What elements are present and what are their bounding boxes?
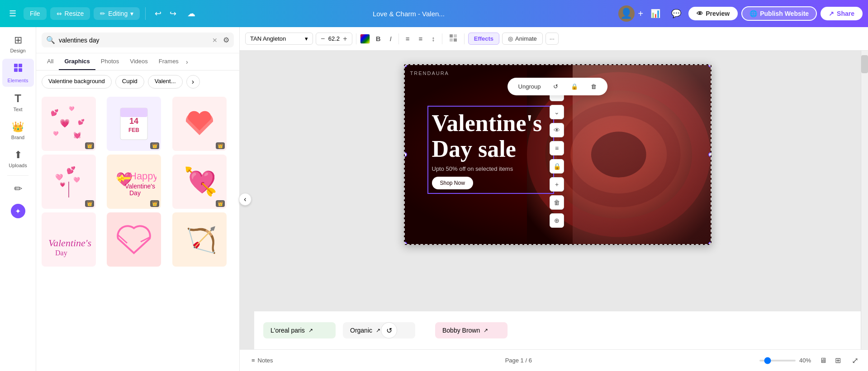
eye-control[interactable]: 👁: [550, 123, 564, 137]
search-filter-icon[interactable]: ⚙: [223, 36, 229, 44]
notes-button[interactable]: ≡ Notes: [247, 355, 278, 366]
tabs-more-arrow[interactable]: ›: [184, 55, 190, 69]
collapse-control[interactable]: ⌄: [550, 105, 564, 119]
sidebar-item-uploads[interactable]: ⬆ Uploads: [2, 146, 34, 172]
sidebar-item-brand[interactable]: 👑 Brand: [2, 117, 34, 144]
grid-item-9[interactable]: 🏹: [172, 212, 227, 267]
grid-item-8[interactable]: [107, 212, 161, 267]
zoom-slider[interactable]: [759, 360, 796, 362]
selection-handle-bl[interactable]: [404, 242, 407, 245]
search-input[interactable]: [59, 37, 209, 44]
grid-item-3[interactable]: 👑: [172, 97, 227, 151]
svg-rect-29: [450, 38, 453, 42]
texture-button[interactable]: [446, 32, 460, 46]
effects-button[interactable]: Effects: [468, 33, 499, 45]
list-button[interactable]: ≡: [415, 33, 426, 45]
desktop-view-button[interactable]: 🖥: [816, 354, 830, 367]
grid-item-7[interactable]: Valentine's Day: [42, 212, 96, 267]
search-clear-icon[interactable]: ✕: [212, 37, 218, 44]
font-selector[interactable]: TAN Angleton ▾: [245, 33, 313, 45]
plus-control[interactable]: ⊕: [550, 213, 564, 228]
layers-control[interactable]: ≡: [550, 141, 564, 155]
bobby-arrow-icon: ↗: [484, 327, 488, 333]
chips-more-arrow[interactable]: ›: [186, 75, 200, 89]
more-options-button[interactable]: ···: [545, 33, 559, 45]
animate-button[interactable]: ◎ Animate: [502, 33, 543, 45]
scrollbar-thumb[interactable]: [861, 55, 868, 73]
svg-text:Day: Day: [55, 249, 67, 257]
resize-button[interactable]: ⇔ Resize: [50, 7, 90, 20]
tab-frames[interactable]: Frames: [153, 53, 184, 70]
chip-valent[interactable]: Valent...: [148, 75, 183, 89]
selection-handle-mr[interactable]: [708, 152, 711, 157]
file-button[interactable]: File: [24, 7, 47, 20]
lock-button[interactable]: 🔒: [567, 81, 582, 92]
publish-button[interactable]: 🌐 Publish Website: [741, 6, 817, 21]
fullscreen-button[interactable]: ⤢: [849, 353, 861, 368]
text-color-picker[interactable]: [360, 34, 370, 44]
resize-label: Resize: [65, 10, 84, 17]
delete-control[interactable]: 🗑: [550, 195, 564, 210]
icon-sidebar: ⊞ Design Elements T Text 👑 Brand ⬆: [0, 27, 36, 371]
chip-valentine-bg[interactable]: Valentine background: [42, 75, 112, 89]
grid-item-4[interactable]: 🩷 💕 🩷 💗 👑: [42, 155, 96, 209]
shop-now-button[interactable]: Shop Now: [432, 177, 473, 189]
svg-text:FEB: FEB: [128, 127, 139, 133]
share-button[interactable]: ↗ Share: [821, 7, 863, 20]
brand-card-bobby[interactable]: Bobby Brown ↗: [435, 322, 508, 338]
brand-card-loreal[interactable]: L'oreal paris ↗: [263, 322, 336, 338]
tab-photos[interactable]: Photos: [95, 53, 124, 70]
tab-videos[interactable]: Videos: [124, 53, 153, 70]
undo-button[interactable]: ↩: [151, 6, 165, 21]
spacing-button[interactable]: ↕: [428, 33, 438, 45]
sidebar-item-magic[interactable]: ✦: [2, 200, 34, 222]
tab-all[interactable]: All: [42, 53, 59, 70]
rotate-button[interactable]: ↺: [550, 81, 562, 92]
italic-button[interactable]: I: [387, 33, 395, 45]
delete-button[interactable]: 🗑: [587, 81, 600, 92]
grid-item-2[interactable]: 14 FEB 👑: [107, 97, 161, 151]
notes-label: Notes: [258, 357, 273, 364]
sidebar-label-elements: Elements: [8, 78, 28, 83]
bold-button[interactable]: B: [373, 33, 384, 45]
right-scrollbar[interactable]: [861, 51, 868, 349]
preview-button[interactable]: 👁 Preview: [688, 7, 738, 20]
brand-card-organic[interactable]: Organic ↗: [343, 322, 415, 338]
ungroup-button[interactable]: Ungroup: [515, 81, 545, 92]
sidebar-item-design[interactable]: ⊞ Design: [2, 31, 34, 57]
search-icon: 🔍: [46, 36, 55, 44]
panel-collapse-button[interactable]: ‹: [239, 193, 251, 206]
grid-view-button[interactable]: ⊞: [832, 354, 844, 367]
chip-cupid[interactable]: Cupid: [115, 75, 144, 89]
refresh-button[interactable]: ↺: [381, 322, 397, 338]
text-selection-box[interactable]: Valentine's Day sale Upto 50% off on sel…: [427, 106, 554, 194]
sidebar-item-text[interactable]: T Text: [2, 89, 34, 116]
add-control[interactable]: +: [550, 177, 564, 192]
selection-handle-br[interactable]: [708, 242, 711, 245]
grid-item-5[interactable]: 💝 Happy Valentine's Day 👑: [107, 155, 161, 209]
font-size-increase[interactable]: +: [342, 35, 348, 43]
canvas-area: TAN Angleton ▾ − 62.2 + B I ≡ ≡ ↕: [240, 27, 868, 371]
grid-item-1[interactable]: 💕 🩷 💗 💕 🩷 💓 👑: [42, 97, 96, 151]
page-indicator-wrap: Page 1 / 6: [283, 357, 754, 364]
hamburger-menu[interactable]: ☰: [5, 6, 20, 21]
redo-button[interactable]: ↪: [166, 6, 180, 21]
avatar[interactable]: 👤: [618, 5, 635, 22]
tab-graphics[interactable]: Graphics: [59, 53, 95, 70]
editing-button[interactable]: ✏ Editing ▾: [94, 7, 140, 20]
grid-item-6[interactable]: 💘 👑: [172, 155, 227, 209]
sidebar-item-elements[interactable]: Elements: [2, 59, 34, 87]
font-name: TAN Angleton: [250, 35, 286, 42]
analytics-button[interactable]: 📊: [647, 6, 664, 21]
svg-text:🩷: 🩷: [53, 131, 59, 136]
comments-button[interactable]: 💬: [668, 6, 685, 21]
cloud-save-button[interactable]: ☁: [184, 6, 199, 21]
animate-label: Animate: [515, 35, 537, 42]
add-collaborator-button[interactable]: +: [638, 9, 644, 19]
sidebar-item-draw[interactable]: ✏: [2, 179, 34, 198]
svg-text:🩷: 🩷: [55, 174, 63, 181]
lock-control[interactable]: 🔒: [550, 159, 564, 174]
font-size-decrease[interactable]: −: [320, 35, 326, 43]
align-button[interactable]: ≡: [403, 33, 413, 45]
side-controls: ⌃ ⌄ 👁 ≡ 🔒 + 🗑 ⊕: [550, 87, 564, 228]
